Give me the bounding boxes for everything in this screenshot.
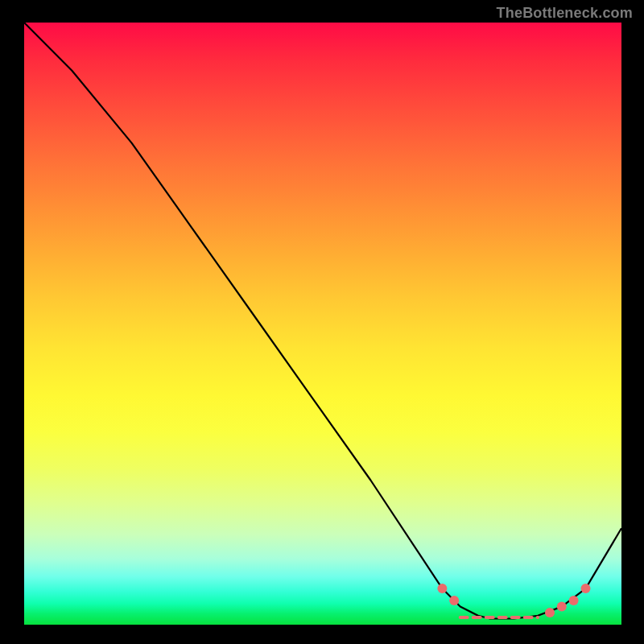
chart-svg [24, 23, 621, 625]
series-black-curve [24, 23, 621, 619]
marker-dot [545, 608, 555, 617]
attribution-text: TheBottleneck.com [497, 5, 633, 22]
chart-plot-area [24, 23, 621, 625]
marker-dot [557, 602, 567, 612]
page-root: TheBottleneck.com [0, 0, 644, 644]
marker-dot [569, 596, 579, 605]
marker-dots-group [437, 584, 590, 617]
marker-dot [581, 584, 591, 593]
marker-dot [449, 596, 459, 605]
marker-dot [437, 584, 447, 593]
